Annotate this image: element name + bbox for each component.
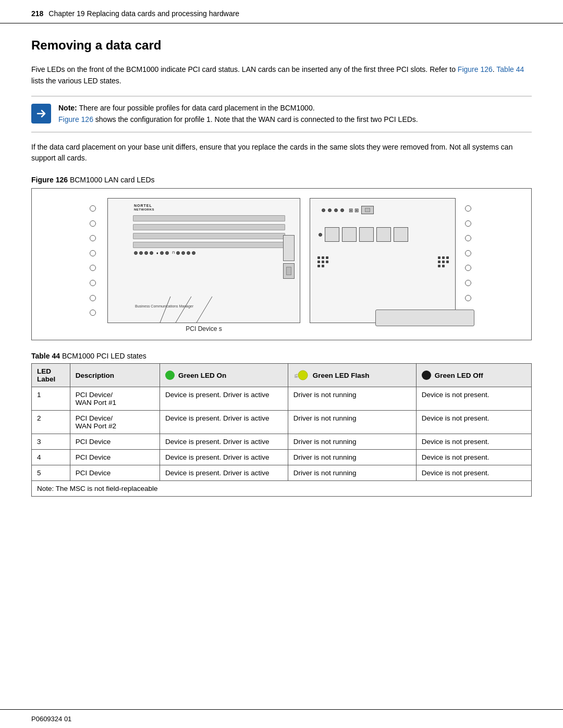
row-5-description: PCI Device [70, 465, 160, 481]
th-green-flash: Green LED Flash [288, 364, 416, 387]
row-4-green-off: Device is not present. [416, 450, 531, 465]
component-dots-row: ♦ ⊓ [134, 251, 195, 255]
circle-6-right [465, 280, 471, 286]
table-caption: Table 44 BCM1000 PCI LED states [31, 352, 532, 360]
slot-4 [133, 242, 285, 248]
row-4-label: 4 [32, 450, 70, 465]
intro-paragraph: Five LEDs on the front of the BCM1000 in… [31, 64, 532, 87]
slot-2 [133, 224, 285, 230]
note-text1: There are four possible profiles for dat… [79, 104, 314, 112]
green-off-led-icon [422, 371, 431, 380]
footer-text: P0609324 01 [31, 715, 71, 723]
note-label: Note: [58, 104, 77, 112]
figure-caption-text: BCM1000 LAN card LEDs [70, 176, 155, 184]
circle-3-left [90, 235, 96, 241]
note-text-container: Note: There are four possible profiles f… [58, 103, 418, 125]
right-vertical-components [283, 235, 295, 279]
component-2 [283, 263, 295, 279]
circle-2-right [465, 220, 471, 227]
row-3-description: PCI Device [70, 434, 160, 450]
figure-126-link-intro[interactable]: Figure 126 [458, 65, 493, 73]
green-on-led-icon [165, 371, 175, 380]
note-box: Note: There are four possible profiles f… [31, 96, 532, 132]
section-title: Removing a data card [31, 38, 532, 53]
table-label: Table 44 [31, 352, 60, 360]
device-main-body: NORTEL NETWORKS [107, 198, 300, 323]
figure-126-link-note[interactable]: Figure 126 [58, 115, 93, 124]
circle-top-left [90, 205, 96, 212]
main-content: Removing a data card Five LEDs on the fr… [0, 23, 563, 709]
svg-line-2 [197, 297, 212, 323]
table-footer-note: Note: The MSC is not field-replaceable [32, 481, 532, 497]
squares-row [319, 227, 408, 242]
slot-3 [133, 233, 285, 239]
page-number: 218 [31, 9, 43, 18]
right-circles [465, 198, 473, 323]
row-4-green-flash: Driver is not running [288, 450, 416, 465]
row-2-label: 2 [32, 411, 70, 434]
circle-2-left [90, 220, 96, 227]
table-row: 3PCI DeviceDevice is present. Driver is … [32, 434, 532, 450]
circle-6-left [90, 280, 96, 286]
table-row: 2PCI Device/WAN Port #2Device is present… [32, 411, 532, 434]
main-device-container: NORTEL NETWORKS [107, 198, 300, 332]
chapter-title: Chapter 19 Replacing data cards and proc… [48, 9, 239, 18]
circle-5-left [90, 265, 96, 271]
third-row [317, 253, 449, 270]
figure-label: Figure 126 [31, 176, 68, 184]
body-paragraph-2: If the data card placement on your base … [31, 142, 532, 164]
row-1-green-off: Device is not present. [416, 387, 531, 411]
table-row: 1PCI Device/WAN Port #1Device is present… [32, 387, 532, 411]
page: 218 Chapter 19 Replacing data cards and … [0, 0, 563, 728]
th-green-on: Green LED On [160, 364, 288, 387]
figure-box: NORTEL NETWORKS [31, 188, 532, 340]
device-illustration: NORTEL NETWORKS [39, 198, 524, 332]
row-1-green-on: Device is present. Driver is active [160, 387, 288, 411]
table-row: 5PCI DeviceDevice is present. Driver is … [32, 465, 532, 481]
left-circles [90, 198, 98, 323]
circle-4-left [90, 250, 96, 256]
th-green-off: Green LED Off [416, 364, 531, 387]
table-row: 4PCI DeviceDevice is present. Driver is … [32, 450, 532, 465]
left-triple-dots [317, 256, 328, 267]
connector-svg [150, 297, 243, 323]
svg-line-0 [160, 297, 170, 323]
row-2-green-off: Device is not present. [416, 411, 531, 434]
row-2-green-flash: Driver is not running [288, 411, 416, 434]
svg-line-3 [295, 374, 298, 375]
row-1-description: PCI Device/WAN Port #1 [70, 387, 160, 411]
row-5-green-on: Device is present. Driver is active [160, 465, 288, 481]
circle-4-right [465, 250, 471, 256]
green-flash-led-icon [293, 369, 309, 381]
row-5-label: 5 [32, 465, 70, 481]
circle-5-right [465, 265, 471, 271]
circle-3-right [465, 235, 471, 241]
row-1-green-flash: Driver is not running [288, 387, 416, 411]
th-description: Description [70, 364, 160, 387]
row-5-green-off: Device is not present. [416, 465, 531, 481]
panel-rect-top [361, 206, 374, 214]
intro-text-before: Five LEDs on the front of the BCM1000 in… [31, 65, 456, 73]
page-header: 218 Chapter 19 Replacing data cards and … [0, 0, 563, 23]
page-footer: P0609324 01 [0, 709, 563, 728]
figure-caption: Figure 126 BCM1000 LAN card LEDs [31, 176, 532, 184]
nortel-label: NORTEL NETWORKS [134, 204, 154, 211]
th-led-label: LED Label [32, 364, 70, 387]
table-44-link[interactable]: Table 44 [496, 65, 524, 73]
svg-point-6 [298, 371, 308, 380]
panel-bar [375, 310, 474, 326]
right-triple-dots [438, 256, 449, 267]
note-arrow-icon [31, 104, 51, 124]
table-caption-text: BCM1000 PCI LED states [62, 352, 146, 360]
circle-7-left [90, 295, 96, 301]
row-3-label: 3 [32, 434, 70, 450]
component-1 [283, 235, 295, 261]
row-3-green-off: Device is not present. [416, 434, 531, 450]
row-2-green-on: Device is present. Driver is active [160, 411, 288, 434]
intro-dot: . [493, 65, 495, 73]
note-text2: shows the configuration for profile 1. N… [95, 115, 418, 124]
top-dots-row: ⊞ ⊞ [322, 206, 374, 214]
row-3-green-flash: Driver is not running [288, 434, 416, 450]
slot-1 [133, 215, 285, 221]
device-slots [133, 215, 285, 251]
